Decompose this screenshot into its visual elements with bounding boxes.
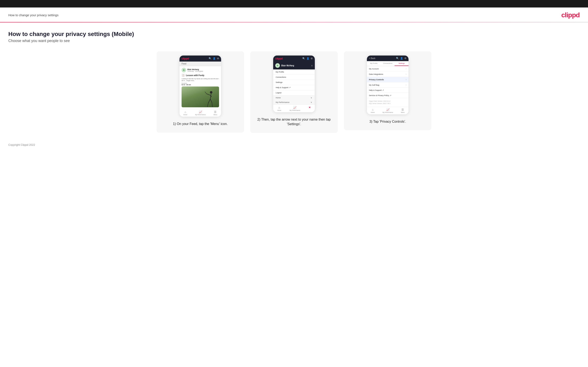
menu-item-logout[interactable]: Logout: [273, 90, 315, 95]
s3-nav-home: ⌂ Home: [371, 108, 375, 113]
svg-line-7: [212, 103, 212, 107]
feed-image: [182, 86, 219, 107]
svg-line-2: [207, 94, 210, 95]
settings-item-privacy-label: Privacy Controls: [369, 79, 384, 81]
settings-item-mygolfbag-label: My Golf Bag: [369, 84, 379, 86]
s3-nav-home-label: Home: [371, 112, 375, 113]
s2-performance-icon: 📈: [293, 106, 296, 109]
menu-item-helpsupport[interactable]: Help & Support ↗: [273, 85, 315, 90]
feed-duration-value: 01 hr : 30 min: [182, 84, 191, 85]
menu-item-myprofile[interactable]: My Profile: [273, 69, 315, 75]
s3-performance-icon: 📈: [386, 108, 389, 111]
s2-nav-close[interactable]: ✕: [309, 106, 311, 111]
main-content: How to change your privacy settings (Mob…: [0, 23, 588, 137]
lesson-icon: 📋: [182, 74, 185, 77]
settings-tabs: My Profile Connections Settings: [367, 61, 408, 66]
feed-user-row: B Blair McHarg Yesterday · Sunningdale: [182, 68, 219, 72]
s2-nav-performance-label: My Performance: [290, 109, 300, 111]
feed-tab-label: Feed: [182, 63, 186, 65]
settings-item-serviceprivacy[interactable]: Service & Privacy Policy ↗: [367, 93, 408, 98]
version-client: Clippd Client Version: 2022.8.3-3: [369, 100, 406, 102]
user-icon: 👤: [213, 57, 216, 60]
step-2-description: 2) Then, tap the arrow next to your name…: [254, 117, 334, 127]
step-1-phone: clippd 🔍 👤 ⚙ Feed B Blair: [180, 56, 221, 117]
tab-connections[interactable]: Connections: [381, 61, 395, 66]
s3-settings-icon: ⚙: [404, 57, 406, 60]
feed-lesson-desc: Looking to feel like my hands are exitin…: [182, 78, 219, 82]
s3-nav-menu-label: Menu: [401, 112, 405, 113]
tab-settings[interactable]: Settings: [395, 61, 408, 66]
step-1-card: clippd 🔍 👤 ⚙ Feed B Blair: [156, 51, 244, 133]
tab-my-profile[interactable]: My Profile: [367, 61, 381, 66]
menu-user-avatar: B: [275, 63, 280, 68]
settings-item-myaccount[interactable]: My Account ›: [367, 66, 408, 72]
s3-nav-performance-label: My Performance: [382, 112, 393, 113]
svg-line-5: [210, 99, 212, 103]
step2-bottom-nav: ⌂ Home 📈 My Performance ✕: [273, 105, 315, 112]
nav-performance: 📈 My Performance: [195, 110, 206, 115]
menu-icon: ☰: [214, 110, 216, 114]
feed-lesson-title: Lesson with Fordy: [186, 74, 204, 76]
feed-user-meta: Yesterday · Sunningdale: [187, 70, 203, 72]
menu-section-perf-label: My Performance: [276, 101, 289, 103]
feed-avatar: B: [182, 68, 186, 72]
steps-row: clippd 🔍 👤 ⚙ Feed B Blair: [8, 51, 580, 133]
feed-tab: Feed: [180, 62, 221, 66]
footer: Copyright Clippd 2022: [0, 137, 588, 150]
chevron-up-icon[interactable]: ∧: [311, 64, 313, 67]
menu-item-settings[interactable]: Settings: [273, 80, 315, 85]
step2-icons: 🔍 👤 ⚙: [302, 57, 313, 60]
page-heading: How to change your privacy settings (Mob…: [8, 31, 580, 37]
step-2-card: clippd 🔍 👤 ⚙ B Blair McHarg ∧: [250, 51, 338, 133]
settings-item-mygolfbag[interactable]: My Golf Bag ›: [367, 82, 408, 88]
s3-home-icon: ⌂: [372, 108, 373, 111]
menu-item-connections[interactable]: Connections: [273, 75, 315, 80]
step1-icons: 🔍 👤 ⚙: [209, 57, 219, 60]
copyright: Copyright Clippd 2022: [8, 143, 35, 146]
menu-items-list: My Profile Connections Settings Help & S…: [273, 69, 315, 105]
s3-nav-performance: 📈 My Performance: [382, 108, 393, 113]
s2-nav-performance: 📈 My Performance: [290, 106, 300, 111]
s2-user-icon: 👤: [306, 57, 309, 60]
step2-phone-top: clippd 🔍 👤 ⚙: [273, 56, 315, 62]
step3-icons: 🔍 👤 ⚙: [396, 57, 406, 60]
settings-item-helpsupport-label: Help & Support ↗: [369, 89, 384, 91]
step-3-card: < Back 🔍 👤 ⚙ My Profile Connections Sett…: [344, 51, 432, 130]
settings-item-serviceprivacy-label: Service & Privacy Policy ↗: [369, 94, 391, 96]
version-server: GQL Server Version: 2022.7.30-1: [369, 102, 406, 105]
settings-item-privacycontrols[interactable]: Privacy Controls ›: [367, 77, 408, 82]
feed-user-name: Blair McHarg: [187, 68, 203, 70]
s3-user-icon: 👤: [400, 57, 403, 60]
header: How to change your privacy settings clip…: [0, 8, 588, 22]
step-2-phone: clippd 🔍 👤 ⚙ B Blair McHarg ∧: [273, 56, 315, 112]
performance-icon: 📈: [199, 110, 202, 114]
back-button[interactable]: < Back: [369, 57, 375, 59]
settings-item-helpsupport[interactable]: Help & Support ↗: [367, 88, 408, 93]
close-icon: ✕: [309, 106, 311, 109]
menu-section-home-label: Home: [276, 97, 281, 99]
step-3-description: 3) Tap 'Privacy Controls'.: [369, 119, 406, 124]
chevron-down-icon-2: ∨: [311, 101, 312, 103]
settings-item-dataintegrations-label: Data Integrations: [369, 73, 383, 75]
svg-line-8: [205, 92, 207, 94]
settings-item-dataintegrations[interactable]: Data Integrations ›: [367, 72, 408, 77]
svg-line-6: [208, 103, 208, 107]
logo: clippd: [561, 11, 580, 19]
s3-nav-menu[interactable]: ☰ Menu: [401, 108, 405, 113]
menu-section-performance[interactable]: My Performance ∨: [273, 100, 315, 105]
header-title: How to change your privacy settings: [8, 13, 59, 17]
s2-nav-home-label: Home: [277, 109, 281, 111]
step-3-phone: < Back 🔍 👤 ⚙ My Profile Connections Sett…: [367, 56, 408, 114]
golfer-svg: [205, 91, 215, 107]
s2-home-icon: ⌂: [278, 106, 280, 109]
s2-settings-icon: ⚙: [311, 57, 313, 60]
step1-logo: clippd: [182, 57, 189, 60]
page-subheading: Choose what you want people to see: [8, 39, 580, 43]
settings-item-myaccount-label: My Account: [369, 68, 379, 70]
chevron-right-icon: ›: [406, 67, 406, 70]
menu-section-home[interactable]: Home ∨: [273, 95, 315, 100]
settings-list: My Account › Data Integrations › Privacy…: [367, 66, 408, 98]
nav-menu[interactable]: ☰ Menu: [214, 110, 217, 115]
s3-menu-icon: ☰: [401, 108, 404, 111]
chevron-right-icon-3: ›: [406, 78, 406, 81]
